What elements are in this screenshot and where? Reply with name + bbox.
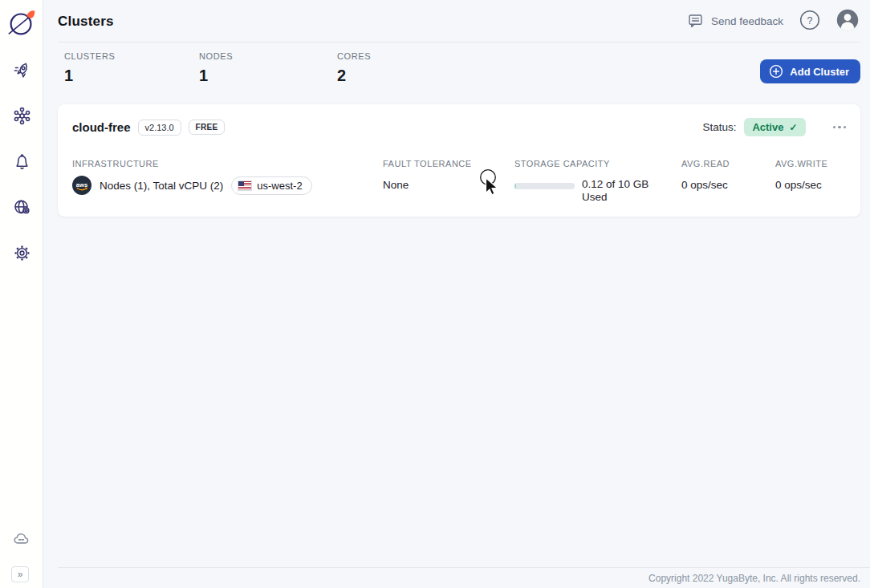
cluster-name: cloud-free	[72, 120, 131, 134]
storage-progress-bar	[514, 183, 575, 189]
plus-circle-icon	[769, 64, 783, 79]
avg-read-label: AVG.READ	[681, 159, 730, 168]
send-feedback-button[interactable]: Send feedback	[687, 12, 783, 31]
stat-clusters: CLUSTERS 1	[64, 51, 115, 85]
status-label: Status:	[702, 121, 736, 133]
help-button[interactable]: ?	[799, 10, 820, 34]
add-cluster-label: Add Cluster	[790, 66, 849, 78]
rocket-icon	[12, 60, 32, 83]
stat-value: 1	[199, 67, 233, 85]
avg-write-label: AVG.WRITE	[775, 159, 827, 168]
cluster-card[interactable]: cloud-free v2.13.0 FREE Status: Active ✓…	[58, 104, 860, 217]
cluster-card-header: cloud-free v2.13.0 FREE Status: Active ✓	[58, 104, 860, 136]
user-menu-button[interactable]	[836, 9, 859, 34]
infrastructure-column: INFRASTRUCTURE aws Nodes (1), Total vCPU…	[72, 159, 312, 195]
cluster-network-icon	[12, 106, 32, 129]
stat-label: NODES	[199, 51, 233, 61]
sidebar-item-alerts[interactable]	[11, 152, 32, 173]
us-flag-icon	[238, 181, 251, 190]
version-badge: v2.13.0	[138, 120, 181, 136]
storage-progress-fill	[514, 183, 516, 189]
stat-nodes: NODES 1	[199, 51, 233, 85]
svg-text:aws: aws	[76, 181, 87, 189]
svg-text:?: ?	[807, 14, 813, 26]
avatar	[836, 9, 859, 34]
yugabyte-logo[interactable]	[0, 0, 43, 45]
infrastructure-label: INFRASTRUCTURE	[72, 159, 312, 168]
infrastructure-summary: Nodes (1), Total vCPU (2)	[100, 180, 223, 192]
main-content: Clusters Send feedback ?	[43, 0, 870, 588]
cluster-actions-menu-button[interactable]	[831, 121, 848, 134]
fault-tolerance-value: None	[383, 179, 472, 191]
globe-settings-icon	[12, 197, 32, 221]
gear-icon	[12, 243, 32, 266]
status-group: Status: Active ✓	[702, 118, 848, 136]
stat-value: 2	[337, 67, 371, 85]
storage-capacity-label: STORAGE CAPACITY	[514, 159, 656, 168]
expand-sidebar-button[interactable]: »	[11, 566, 29, 582]
status-badge: Active ✓	[744, 118, 805, 136]
fault-tolerance-column: FAULT TOLERANCE None	[383, 159, 472, 191]
storage-capacity-column: STORAGE CAPACITY 0.12 of 10 GB Used	[514, 159, 656, 205]
sidebar-item-getting-started[interactable]	[11, 61, 32, 82]
feedback-icon	[687, 12, 704, 31]
send-feedback-label: Send feedback	[711, 15, 783, 27]
tier-badge: FREE	[189, 120, 226, 135]
copyright-text: Copyright 2022 YugaByte, Inc. All rights…	[648, 573, 860, 584]
add-cluster-button[interactable]: Add Cluster	[760, 59, 860, 83]
stat-cores: CORES 2	[337, 51, 371, 85]
avg-read-value: 0 ops/sec	[681, 179, 730, 191]
cloud-status-icon[interactable]	[11, 529, 32, 553]
avg-write-column: AVG.WRITE 0 ops/sec	[775, 159, 827, 191]
bell-icon	[12, 152, 32, 175]
page-header: Clusters Send feedback ?	[43, 0, 870, 43]
stats-row: CLUSTERS 1 NODES 1 CORES 2 Add Cluster	[43, 43, 870, 94]
aws-icon: aws	[72, 176, 91, 195]
region-name: us-west-2	[257, 180, 302, 192]
fault-tolerance-label: FAULT TOLERANCE	[383, 159, 472, 168]
check-icon: ✓	[789, 122, 797, 133]
avg-write-value: 0 ops/sec	[775, 179, 827, 191]
question-circle-icon: ?	[799, 10, 820, 34]
stat-value: 1	[64, 67, 115, 85]
stat-label: CORES	[337, 51, 371, 61]
storage-usage-text: 0.12 of 10 GB Used	[582, 178, 656, 205]
sidebar-item-network-access[interactable]	[11, 198, 32, 219]
page-title: Clusters	[58, 14, 114, 30]
footer: Copyright 2022 YugaByte, Inc. All rights…	[58, 567, 870, 588]
sidebar: »	[0, 0, 43, 588]
stat-label: CLUSTERS	[64, 51, 115, 61]
region-badge: us-west-2	[231, 176, 311, 195]
sidebar-item-clusters[interactable]	[11, 107, 32, 128]
avg-read-column: AVG.READ 0 ops/sec	[681, 159, 730, 191]
sidebar-item-settings[interactable]	[11, 244, 32, 265]
status-value: Active	[752, 121, 783, 133]
